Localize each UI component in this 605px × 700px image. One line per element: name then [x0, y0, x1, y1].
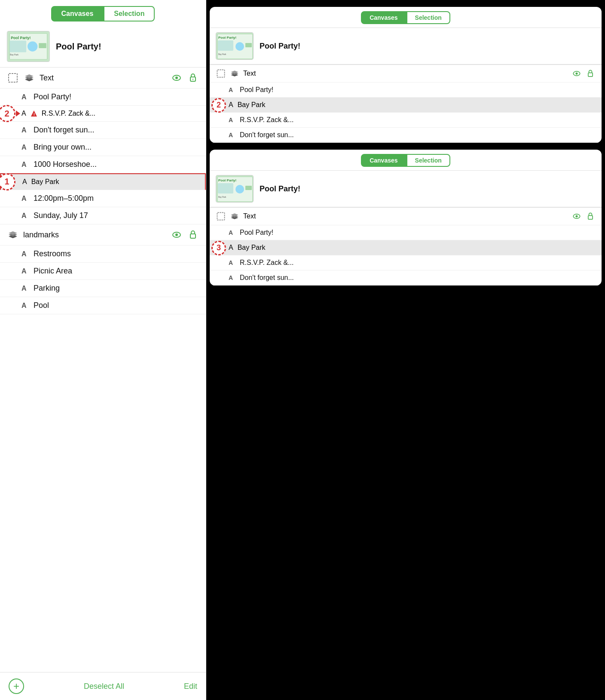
svg-text:Bay Park: Bay Park — [10, 54, 18, 56]
select-icon-rb — [216, 211, 226, 221]
warning-icon-rsvp: ! — [31, 110, 37, 117]
layer-item-bring[interactable]: A Bring your own... — [0, 139, 206, 156]
layer-item-restrooms[interactable]: A Restrooms — [0, 246, 206, 263]
left-tab-bar: Canvases Selection — [0, 0, 206, 26]
layer-item-dont-forget[interactable]: A Don't forget sun... — [0, 122, 206, 139]
right-item-rsvp-bottom[interactable]: A R.S.V.P. Zack &... — [210, 255, 602, 270]
eye-icon-landmarks[interactable] — [171, 229, 183, 241]
deselect-all-button[interactable]: Deselect All — [84, 682, 124, 691]
layer-item-rsvp[interactable]: A ! R.S.V.P. Zack &... — [0, 106, 206, 121]
lock-icon-rt[interactable] — [585, 68, 596, 79]
lock-icon-landmarks[interactable] — [187, 229, 199, 241]
item-name-pool-party: Pool Party! — [34, 92, 199, 101]
right-item-rsvp-top[interactable]: A R.S.V.P. Zack &... — [210, 113, 602, 128]
item-name-12pm: 12:00pm–5:00pm — [34, 194, 199, 203]
layers-icon-rb — [229, 211, 240, 221]
layer-item-sunday[interactable]: A Sunday, July 17 — [0, 207, 206, 224]
type-lbl-df-rt: A — [229, 132, 235, 138]
step2-badge-area: 2 — [0, 105, 15, 122]
type-label-bring: A — [21, 144, 29, 151]
item-name-pool: Pool — [34, 301, 199, 310]
right-item-bay-park-bottom[interactable]: A Bay Park — [210, 240, 602, 255]
item-nm-rsvp-rb: R.S.V.P. Zack &... — [240, 259, 596, 267]
item-name-bay-park: Bay Park — [31, 178, 59, 186]
right-item-dont-forget-bottom[interactable]: A Don't forget sun... — [210, 270, 602, 286]
svg-text:Pool Party!: Pool Party! — [218, 178, 236, 182]
item-name-bring: Bring your own... — [34, 143, 199, 152]
rsvp-row-wrapper: A ! R.S.V.P. Zack &... 2 — [0, 106, 206, 122]
svg-point-9 — [175, 77, 178, 79]
right-card-top: Canvases Selection Pool Party! Bay Park … — [210, 7, 602, 143]
type-lbl-bp-rt: A — [229, 101, 233, 109]
type-lbl-df-rb: A — [229, 274, 235, 281]
add-button[interactable]: + — [9, 679, 24, 694]
item-nm-pp-rt: Pool Party! — [240, 86, 596, 94]
right-bottom-bay-park-wrapper: A Bay Park 3 — [210, 240, 602, 255]
bottom-bar-left: + Deselect All Edit — [0, 672, 206, 700]
layer-item-picnic[interactable]: A Picnic Area — [0, 263, 206, 280]
canvases-tab-left[interactable]: Canvases — [51, 6, 104, 21]
svg-point-4 — [28, 41, 37, 51]
layer-item-pool[interactable]: A Pool — [0, 297, 206, 314]
svg-point-32 — [235, 185, 244, 193]
text-group-label: Text — [40, 74, 166, 83]
bay-park-row-wrapper: A Bay Park 1 — [0, 173, 206, 190]
landmarks-group-row: landmarks — [0, 224, 206, 246]
layer-item-pool-party[interactable]: A Pool Party! — [0, 89, 206, 106]
type-label-rsvp: A — [21, 110, 26, 117]
type-lbl-bp-rb: A — [229, 244, 233, 252]
svg-point-26 — [575, 72, 578, 74]
item-name-parking: Parking — [34, 284, 199, 293]
right-item-pool-party[interactable]: A Pool Party! — [210, 83, 602, 98]
right-item-bay-park-top[interactable]: A Bay Park — [210, 98, 602, 113]
layer-item-parking[interactable]: A Parking — [0, 280, 206, 297]
right-top-tab-bar: Canvases Selection — [210, 7, 602, 28]
step3-badge-right-bottom: 3 — [211, 241, 226, 255]
canvas-header-right-bottom: Pool Party! Bay Park Pool Party! — [210, 171, 602, 207]
item-name-sunday: Sunday, July 17 — [34, 211, 199, 220]
step1-badge: 1 — [0, 173, 15, 190]
svg-rect-24 — [217, 70, 224, 77]
svg-text:Bay Park: Bay Park — [218, 196, 226, 198]
eye-icon-rt[interactable] — [571, 68, 582, 79]
canvas-thumbnail-right-bottom: Pool Party! Bay Park — [216, 175, 254, 203]
svg-text:!: ! — [34, 112, 35, 117]
canvases-tab-right-bottom[interactable]: Canvases — [361, 154, 406, 167]
select-icon — [7, 72, 19, 84]
svg-text:Pool Party!: Pool Party! — [218, 36, 236, 40]
svg-rect-27 — [588, 73, 593, 77]
item-name-rsvp: R.S.V.P. Zack &... — [42, 110, 95, 117]
svg-text:Pool Party!: Pool Party! — [11, 36, 31, 40]
svg-rect-33 — [245, 186, 252, 190]
eye-icon-text[interactable] — [171, 72, 183, 84]
right-bottom-text-group: Text — [210, 208, 602, 225]
right-panel: Canvases Selection Pool Party! Bay Park … — [206, 0, 605, 700]
layer-item-horseshoe[interactable]: A 1000 Horseshoe... — [0, 156, 206, 173]
item-name-df: Don't forget sun... — [34, 126, 199, 135]
canvas-title-right-bottom: Pool Party! — [260, 184, 300, 193]
selection-tab-left[interactable]: Selection — [104, 6, 155, 21]
canvas-header-right-top: Pool Party! Bay Park Pool Party! — [210, 28, 602, 64]
lock-icon-rb[interactable] — [585, 211, 596, 221]
layer-item-12pm[interactable]: A 12:00pm–5:00pm — [0, 190, 206, 207]
right-item-pool-party-bottom[interactable]: A Pool Party! — [210, 225, 602, 240]
canvas-title-right-top: Pool Party! — [260, 42, 300, 51]
right-top-text-group: Text — [210, 65, 602, 83]
layer-item-bay-park[interactable]: A Bay Park — [0, 173, 206, 190]
eye-icon-rb[interactable] — [571, 211, 582, 221]
item-name-picnic: Picnic Area — [34, 267, 199, 276]
selection-tab-right-bottom[interactable]: Selection — [406, 154, 450, 167]
item-nm-df-rt: Don't forget sun... — [240, 131, 596, 139]
svg-point-15 — [175, 233, 178, 236]
lock-icon-text[interactable] — [187, 72, 199, 84]
text-group-row: Text — [0, 68, 206, 89]
svg-rect-35 — [217, 212, 224, 220]
landmarks-group-label: landmarks — [23, 230, 166, 239]
selection-tab-right-top[interactable]: Selection — [406, 11, 450, 24]
step2-badge-rt: 2 — [211, 98, 226, 113]
svg-rect-31 — [218, 183, 233, 193]
edit-button[interactable]: Edit — [184, 682, 197, 691]
canvases-tab-right-top[interactable]: Canvases — [361, 11, 406, 24]
type-label-pool: A — [21, 302, 29, 310]
right-item-dont-forget-top[interactable]: A Don't forget sun... — [210, 128, 602, 143]
